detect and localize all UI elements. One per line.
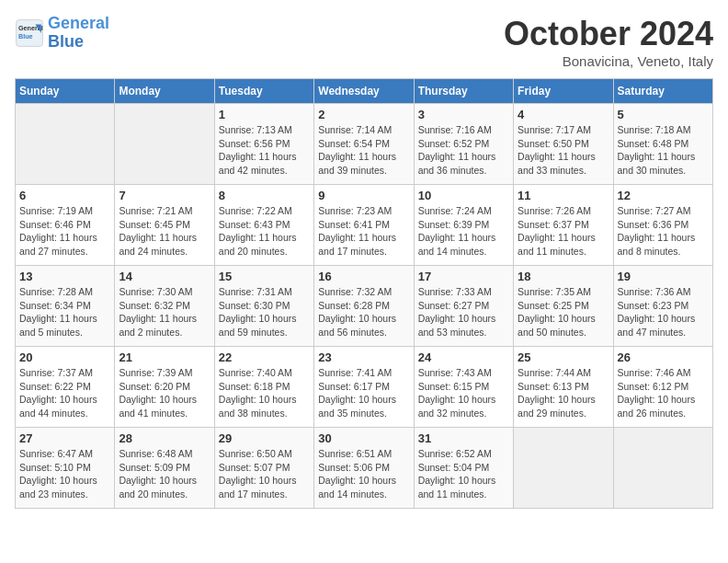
logo-wordmark: General Blue [48,15,109,52]
day-number: 15 [219,270,310,283]
day-number: 18 [518,270,609,283]
day-number: 26 [618,350,709,364]
calendar-cell: 1Sunrise: 7:13 AMSunset: 6:56 PMDaylight… [214,104,313,185]
day-number: 27 [19,431,110,445]
day-info: Sunrise: 7:27 AMSunset: 6:36 PMDaylight:… [618,204,709,259]
calendar-cell: 26Sunrise: 7:46 AMSunset: 6:12 PMDayligh… [613,347,712,428]
calendar-cell: 6Sunrise: 7:19 AMSunset: 6:46 PMDaylight… [16,185,115,266]
day-info: Sunrise: 7:19 AMSunset: 6:46 PMDaylight:… [19,204,110,259]
day-number: 8 [219,189,310,202]
day-info: Sunrise: 7:26 AMSunset: 6:37 PMDaylight:… [518,204,609,259]
day-info: Sunrise: 7:23 AMSunset: 6:41 PMDaylight:… [318,204,409,259]
calendar-cell [613,428,712,509]
calendar-week-row: 13Sunrise: 7:28 AMSunset: 6:34 PMDayligh… [16,266,713,347]
day-number: 7 [119,189,210,202]
day-info: Sunrise: 7:13 AMSunset: 6:56 PMDaylight:… [219,123,310,178]
day-number: 2 [318,108,409,121]
day-number: 29 [219,431,310,445]
logo: General Blue General Blue [15,15,109,52]
calendar-cell: 16Sunrise: 7:32 AMSunset: 6:28 PMDayligh… [314,266,414,347]
weekday-header-row: SundayMondayTuesdayWednesdayThursdayFrid… [16,79,713,104]
calendar-cell: 17Sunrise: 7:33 AMSunset: 6:27 PMDayligh… [414,266,513,347]
day-info: Sunrise: 6:52 AMSunset: 5:04 PMDaylight:… [418,447,509,501]
weekday-header: Friday [514,79,613,104]
calendar-table: SundayMondayTuesdayWednesdayThursdayFrid… [15,78,713,509]
day-number: 13 [19,270,110,283]
day-number: 12 [618,189,709,202]
weekday-header: Monday [115,79,214,104]
calendar-cell: 23Sunrise: 7:41 AMSunset: 6:17 PMDayligh… [314,347,414,428]
day-number: 4 [518,108,609,121]
weekday-header: Wednesday [314,79,414,104]
day-info: Sunrise: 7:21 AMSunset: 6:45 PMDaylight:… [119,204,210,259]
day-number: 22 [219,350,310,364]
calendar-cell: 13Sunrise: 7:28 AMSunset: 6:34 PMDayligh… [16,266,115,347]
day-info: Sunrise: 7:17 AMSunset: 6:50 PMDaylight:… [518,123,609,178]
calendar-cell: 31Sunrise: 6:52 AMSunset: 5:04 PMDayligh… [414,428,513,509]
day-number: 6 [19,189,110,202]
calendar-week-row: 27Sunrise: 6:47 AMSunset: 5:10 PMDayligh… [16,428,713,509]
day-info: Sunrise: 7:46 AMSunset: 6:12 PMDaylight:… [618,366,709,420]
day-number: 30 [318,431,409,445]
calendar-week-row: 6Sunrise: 7:19 AMSunset: 6:46 PMDaylight… [16,185,713,266]
day-info: Sunrise: 7:24 AMSunset: 6:39 PMDaylight:… [418,204,509,259]
day-info: Sunrise: 7:36 AMSunset: 6:23 PMDaylight:… [618,285,709,339]
calendar-cell [115,104,214,185]
calendar-cell: 21Sunrise: 7:39 AMSunset: 6:20 PMDayligh… [115,347,214,428]
calendar-cell: 12Sunrise: 7:27 AMSunset: 6:36 PMDayligh… [613,185,712,266]
day-info: Sunrise: 7:18 AMSunset: 6:48 PMDaylight:… [618,123,709,178]
day-info: Sunrise: 7:33 AMSunset: 6:27 PMDaylight:… [418,285,509,339]
weekday-header: Sunday [16,79,115,104]
day-info: Sunrise: 7:43 AMSunset: 6:15 PMDaylight:… [418,366,509,420]
day-number: 23 [318,350,409,364]
calendar-cell [514,428,613,509]
calendar-cell: 27Sunrise: 6:47 AMSunset: 5:10 PMDayligh… [16,428,115,509]
calendar-cell: 25Sunrise: 7:44 AMSunset: 6:13 PMDayligh… [514,347,613,428]
day-number: 14 [119,270,210,283]
day-number: 1 [219,108,310,121]
day-info: Sunrise: 6:51 AMSunset: 5:06 PMDaylight:… [318,447,409,501]
day-info: Sunrise: 7:39 AMSunset: 6:20 PMDaylight:… [119,366,210,420]
calendar-cell: 11Sunrise: 7:26 AMSunset: 6:37 PMDayligh… [514,185,613,266]
calendar-cell: 3Sunrise: 7:16 AMSunset: 6:52 PMDaylight… [414,104,513,185]
calendar-cell: 19Sunrise: 7:36 AMSunset: 6:23 PMDayligh… [613,266,712,347]
day-number: 20 [19,350,110,364]
calendar-cell: 5Sunrise: 7:18 AMSunset: 6:48 PMDaylight… [613,104,712,185]
svg-text:Blue: Blue [18,32,33,40]
calendar-cell: 9Sunrise: 7:23 AMSunset: 6:41 PMDaylight… [314,185,414,266]
day-info: Sunrise: 7:14 AMSunset: 6:54 PMDaylight:… [318,123,409,178]
day-info: Sunrise: 7:22 AMSunset: 6:43 PMDaylight:… [219,204,310,259]
day-number: 10 [418,189,509,202]
day-number: 5 [618,108,709,121]
calendar-cell: 29Sunrise: 6:50 AMSunset: 5:07 PMDayligh… [214,428,313,509]
location-subtitle: Bonavicina, Veneto, Italy [504,53,713,69]
day-info: Sunrise: 6:48 AMSunset: 5:09 PMDaylight:… [119,447,210,501]
day-info: Sunrise: 7:40 AMSunset: 6:18 PMDaylight:… [219,366,310,420]
calendar-cell [16,104,115,185]
calendar-cell: 30Sunrise: 6:51 AMSunset: 5:06 PMDayligh… [314,428,414,509]
calendar-cell: 7Sunrise: 7:21 AMSunset: 6:45 PMDaylight… [115,185,214,266]
weekday-header: Tuesday [214,79,313,104]
day-number: 25 [518,350,609,364]
calendar-cell: 18Sunrise: 7:35 AMSunset: 6:25 PMDayligh… [514,266,613,347]
calendar-cell: 28Sunrise: 6:48 AMSunset: 5:09 PMDayligh… [115,428,214,509]
day-number: 21 [119,350,210,364]
day-info: Sunrise: 6:50 AMSunset: 5:07 PMDaylight:… [219,447,310,501]
day-number: 17 [418,270,509,283]
day-number: 31 [418,431,509,445]
calendar-cell: 22Sunrise: 7:40 AMSunset: 6:18 PMDayligh… [214,347,313,428]
day-info: Sunrise: 7:16 AMSunset: 6:52 PMDaylight:… [418,123,509,178]
day-info: Sunrise: 7:28 AMSunset: 6:34 PMDaylight:… [19,285,110,339]
day-info: Sunrise: 7:31 AMSunset: 6:30 PMDaylight:… [219,285,310,339]
month-title: October 2024 [504,15,713,53]
calendar-week-row: 20Sunrise: 7:37 AMSunset: 6:22 PMDayligh… [16,347,713,428]
day-info: Sunrise: 7:32 AMSunset: 6:28 PMDaylight:… [318,285,409,339]
day-number: 16 [318,270,409,283]
weekday-header: Thursday [414,79,513,104]
logo-icon: General Blue [15,18,44,48]
day-info: Sunrise: 7:44 AMSunset: 6:13 PMDaylight:… [518,366,609,420]
page-header: General Blue General Blue October 2024 B… [15,15,713,69]
calendar-cell: 2Sunrise: 7:14 AMSunset: 6:54 PMDaylight… [314,104,414,185]
day-number: 3 [418,108,509,121]
calendar-cell: 24Sunrise: 7:43 AMSunset: 6:15 PMDayligh… [414,347,513,428]
